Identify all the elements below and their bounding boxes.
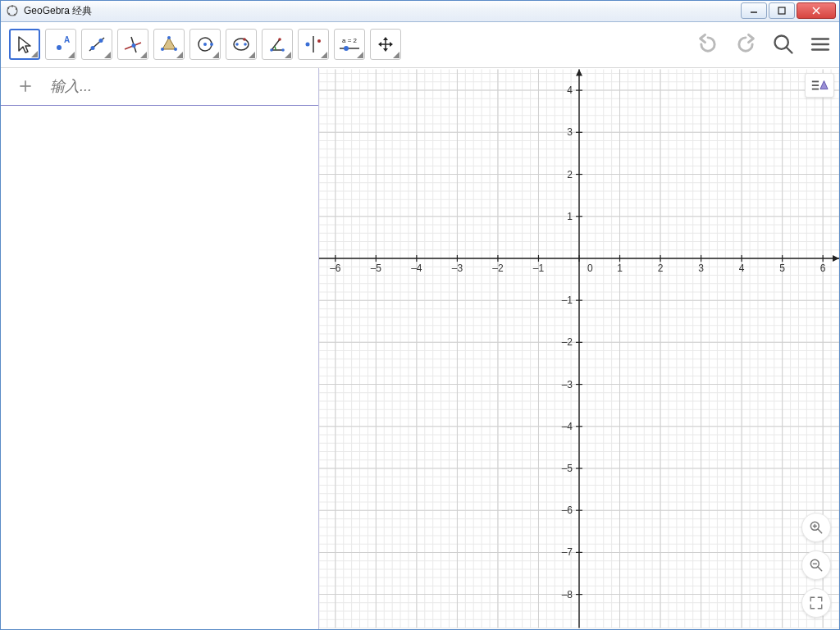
app-window: GeoGebra 经典 A [0,0,840,630]
input-row [1,68,318,106]
svg-point-28 [243,39,246,42]
svg-text:–4: –4 [562,421,573,432]
dropdown-icon [104,52,111,58]
svg-point-17 [132,43,136,48]
svg-marker-208 [576,69,582,75]
svg-point-2 [16,8,17,10]
svg-point-20 [174,48,177,51]
svg-point-3 [14,14,16,16]
svg-text:2: 2 [658,262,664,274]
main: –6–5–4–3–2–112345604321–1–2–3–4–5–6–7–8 [1,68,839,629]
maximize-button[interactable] [769,2,795,19]
algebra-view [1,68,319,629]
graphics-view[interactable]: –6–5–4–3–2–112345604321–1–2–3–4–5–6–7–8 [319,68,839,629]
menu-button[interactable] [810,34,831,55]
svg-line-41 [787,48,792,53]
dropdown-icon [249,52,255,58]
redo-button[interactable] [734,33,757,56]
toolbar-right [696,33,831,56]
reflect-tool[interactable] [298,29,329,60]
move-view-tool[interactable] [370,29,401,60]
svg-point-13 [91,46,95,50]
dropdown-icon [357,52,363,58]
svg-text:–8: –8 [562,589,573,600]
line-tool[interactable] [81,29,112,60]
style-bar-toggle[interactable] [805,73,834,98]
svg-marker-18 [162,38,176,49]
svg-text:–5: –5 [371,262,382,274]
dropdown-icon [176,52,183,58]
close-button[interactable] [797,2,836,19]
undo-button[interactable] [696,33,719,56]
svg-text:–4: –4 [411,262,422,274]
point-tool[interactable]: A [45,29,76,60]
svg-text:–3: –3 [562,379,573,390]
search-button[interactable] [772,33,795,56]
fullscreen-button[interactable] [801,588,831,618]
svg-text:–6: –6 [330,262,341,274]
window-controls [739,2,836,19]
window-title: GeoGebra 经典 [24,4,739,18]
ellipse-tool[interactable] [226,29,257,60]
svg-point-29 [270,49,273,52]
svg-point-26 [235,43,239,47]
algebra-input-field[interactable] [50,78,318,95]
zoom-in-button[interactable] [801,513,831,542]
svg-point-5 [7,7,9,9]
svg-text:6: 6 [820,262,826,274]
zoom-controls [801,513,831,618]
page: A [1,22,839,629]
coordinate-grid[interactable]: –6–5–4–3–2–112345604321–1–2–3–4–5–6–7–8 [319,68,839,629]
dropdown-icon [321,52,327,58]
svg-text:–1: –1 [562,294,573,306]
dropdown-icon [285,52,291,58]
svg-text:a = 2: a = 2 [342,37,358,44]
angle-tool[interactable] [262,29,293,60]
svg-text:3: 3 [698,262,704,274]
dropdown-icon [68,52,75,58]
titlebar[interactable]: GeoGebra 经典 [1,1,839,22]
svg-text:3: 3 [567,126,573,138]
circle-tool[interactable] [189,29,221,60]
perpendicular-tool[interactable] [117,29,148,60]
svg-text:A: A [64,35,70,44]
svg-point-24 [210,43,213,46]
svg-text:–2: –2 [562,336,573,348]
svg-text:–6: –6 [562,504,573,516]
svg-line-268 [818,567,822,571]
slider-tool[interactable]: a = 2 [334,29,365,60]
svg-marker-207 [833,255,839,262]
svg-text:0: 0 [587,262,593,274]
svg-point-37 [344,46,349,51]
zoom-out-button[interactable] [801,550,831,580]
svg-text:–5: –5 [562,463,573,474]
svg-rect-7 [778,7,785,14]
svg-text:–1: –1 [533,262,545,274]
svg-text:2: 2 [567,168,573,180]
app-icon [6,4,19,17]
svg-text:1: 1 [617,262,623,274]
dropdown-icon [212,52,219,58]
svg-point-11 [57,45,62,50]
add-button[interactable] [1,78,50,94]
polygon-tool[interactable] [153,29,185,60]
svg-line-264 [818,529,822,533]
svg-text:4: 4 [739,262,745,274]
dropdown-icon [393,52,399,58]
svg-text:5: 5 [779,262,785,274]
svg-point-4 [8,13,10,15]
toolbar: A [1,22,839,68]
svg-point-19 [167,36,171,39]
svg-point-34 [317,39,321,43]
move-tool[interactable] [9,29,40,60]
dropdown-icon [31,51,38,57]
minimize-button[interactable] [741,2,767,19]
svg-text:–7: –7 [562,546,573,558]
svg-point-27 [244,43,247,47]
svg-marker-262 [820,80,828,89]
svg-text:1: 1 [567,211,573,222]
svg-point-1 [11,6,13,7]
algebra-input[interactable] [50,78,318,95]
dropdown-icon [140,52,147,58]
svg-text:–3: –3 [452,262,463,274]
